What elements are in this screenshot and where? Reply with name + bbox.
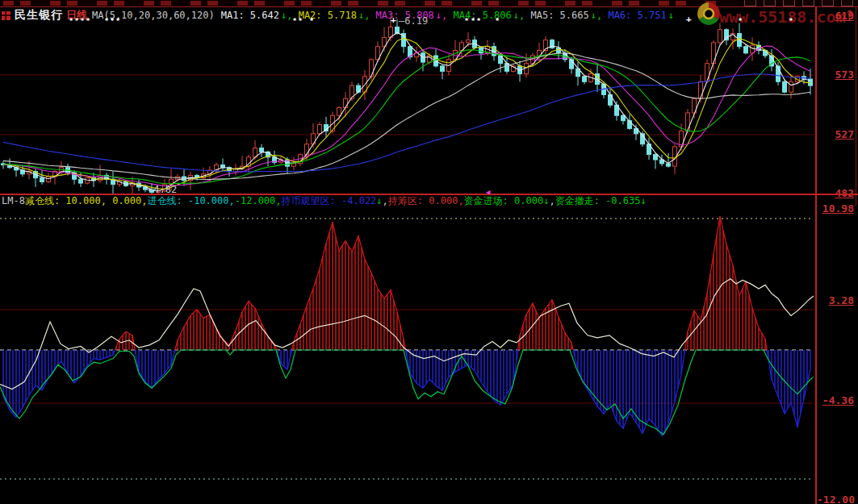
axis-label: 619 [817,10,854,21]
indicator-chart[interactable] [0,206,858,504]
star-marker-icon: ✱ [75,17,78,23]
star-marker-icon: ✱ [299,17,302,23]
star-marker-icon: ✱ [789,17,793,23]
star-marker-icon: ✱ [293,17,296,23]
indicator-header-segment: 持筹区: 0.000, [388,194,464,208]
white-signal-line [0,279,814,389]
candles-layer [2,15,813,194]
indicator-header-segment: , [549,195,555,206]
star-marker-icon: ✱ [310,17,313,23]
pinwheel-center [704,9,714,19]
axis-label: 3.28 [817,295,854,306]
ma-lines [3,33,810,191]
main-price-chart[interactable] [0,0,858,194]
star-marker-icon: ✱ [105,17,108,23]
axis-label: 527 [817,129,854,140]
star-marker-icon: ✱ [116,17,119,23]
indicator-header-segment: 减仓线: 10.000, 0.000, [25,194,148,208]
plus-marker-icon: + [391,16,396,24]
axis-label: 10.98 [817,203,854,214]
star-marker-icon: ✱ [81,17,84,23]
indicator-header-segment: ↓ [376,195,382,206]
right-frame-line [856,6,856,206]
star-marker-icon: ✱ [69,17,73,23]
star-marker-icon: ✱ [496,17,499,23]
star-marker-icon: ✱ [111,17,114,23]
axis-label: 573 [817,69,854,80]
high-price-annotation: —6.19 [399,15,428,27]
indicator-header-segment: 进仓线: -10.000, [148,194,235,208]
axis-label: -12.00 [817,494,854,504]
indicator-header-segment: LM-8 [2,195,25,206]
indicator-header-segment: ↓ [640,195,646,206]
indicator-header-segment: 持币观望区: -4.022 [282,194,377,208]
indicator-header-segment: ↓ [543,195,549,206]
indicator-header-segment: 资金撤走: -0.635 [555,194,641,208]
indicator-header-segment: , [383,195,388,206]
ma-line-1 [3,33,810,191]
indicator-header-segment: -12.000, [235,195,282,206]
star-marker-icon: ✱ [471,17,475,23]
star-marker-icon: ✱ [739,17,742,23]
indicator-gridlines [0,219,814,479]
star-marker-icon: ✱ [465,17,468,23]
plus-marker-icon: + [686,15,692,23]
axis-label: -4.36 [817,395,854,406]
indicator-header: LM-8 减仓线: 10.000, 0.000, 进仓线: -10.000, -… [2,195,647,206]
green-signal-line [0,350,814,435]
axis-separator-line [815,6,817,504]
star-marker-icon: ✱ [477,17,480,23]
app-window: 民生银行 日线 MA(5,10,20,30,60,120) MA1: 5.642… [0,0,858,504]
star-marker-icon: ✱ [86,17,90,23]
indicator-header-segment: 资金进场: 0.000 [464,194,544,208]
